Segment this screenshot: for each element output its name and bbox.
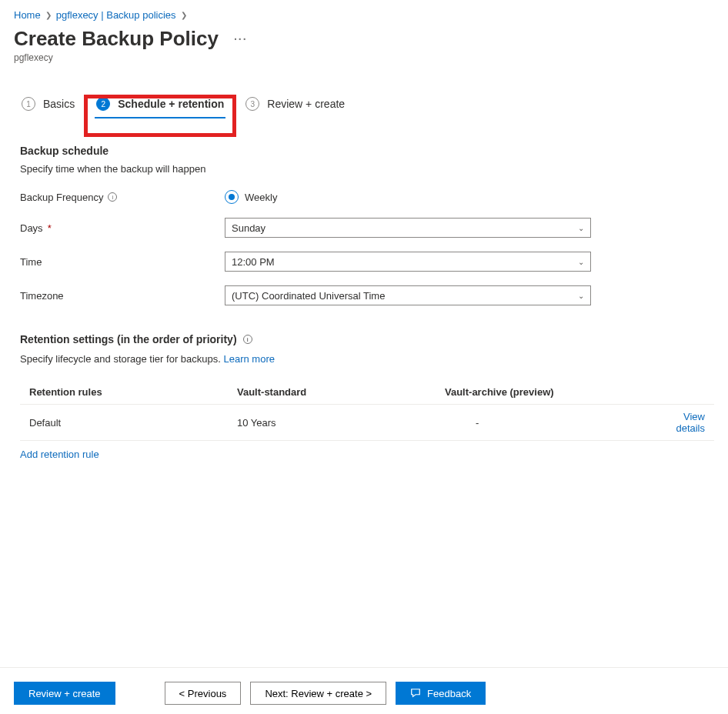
step-number: 3 xyxy=(245,97,259,111)
label-backup-frequency: Backup Frequency i xyxy=(20,192,225,203)
breadcrumb: Home ❯ pgflexecy | Backup policies ❯ xyxy=(0,0,728,21)
page-subtitle: pgflexecy xyxy=(0,51,728,63)
section-subtitle-backup-schedule: Specify time when the backup will happen xyxy=(20,163,714,175)
step-number: 2 xyxy=(96,97,110,111)
more-actions-button[interactable]: ··· xyxy=(234,33,248,45)
section-subtitle-retention: Specify lifecycle and storage tier for b… xyxy=(20,353,223,365)
step-schedule-retention[interactable]: 2 Schedule + retention xyxy=(95,94,225,117)
step-review-create[interactable]: 3 Review + create xyxy=(244,94,346,117)
link-learn-more[interactable]: Learn more xyxy=(223,353,274,365)
info-icon[interactable]: i xyxy=(243,335,252,344)
select-timezone[interactable]: (UTC) Coordinated Universal Time ⌄ xyxy=(225,285,591,305)
feedback-icon xyxy=(410,688,421,699)
label-timezone: Timezone xyxy=(20,290,225,302)
table-row: Default 10 Years - View details xyxy=(20,404,714,441)
chevron-right-icon: ❯ xyxy=(181,11,187,19)
cell-vault-standard: 10 Years xyxy=(237,417,445,429)
link-view-details[interactable]: View details xyxy=(660,411,705,434)
next-button[interactable]: Next: Review + create > xyxy=(250,682,386,705)
select-value: Sunday xyxy=(232,222,265,234)
section-title-backup-schedule: Backup schedule xyxy=(20,145,714,157)
wizard-steps: 1 Basics 2 Schedule + retention 3 Review… xyxy=(0,63,728,125)
info-icon[interactable]: i xyxy=(108,192,117,202)
required-indicator: * xyxy=(48,222,52,234)
breadcrumb-home[interactable]: Home xyxy=(14,9,41,21)
review-create-button[interactable]: Review + create xyxy=(14,682,115,705)
col-vault-archive: Vault-archive (preview) xyxy=(445,386,660,398)
section-title-retention: Retention settings (in the order of prio… xyxy=(20,333,237,345)
select-days[interactable]: Sunday ⌄ xyxy=(225,218,591,238)
footer-divider xyxy=(0,667,728,668)
chevron-down-icon: ⌄ xyxy=(578,292,584,300)
chevron-right-icon: ❯ xyxy=(45,11,52,19)
step-label: Schedule + retention xyxy=(118,98,224,110)
select-value: 12:00 PM xyxy=(232,256,275,268)
retention-table: Retention rules Vault-standard Vault-arc… xyxy=(20,380,714,441)
col-vault-standard: Vault-standard xyxy=(237,386,445,398)
radio-dot-icon xyxy=(225,190,239,204)
step-label: Basics xyxy=(43,98,75,110)
radio-label: Weekly xyxy=(245,192,277,203)
select-time[interactable]: 12:00 PM ⌄ xyxy=(225,252,591,272)
chevron-down-icon: ⌄ xyxy=(578,224,584,232)
link-add-retention-rule[interactable]: Add retention rule xyxy=(20,449,714,460)
chevron-down-icon: ⌄ xyxy=(578,258,584,266)
feedback-label: Feedback xyxy=(427,688,471,699)
previous-button[interactable]: < Previous xyxy=(165,682,242,705)
col-retention-rules: Retention rules xyxy=(29,386,237,398)
select-value: (UTC) Coordinated Universal Time xyxy=(232,290,385,302)
radio-weekly[interactable]: Weekly xyxy=(225,190,277,204)
step-number: 1 xyxy=(22,97,35,111)
feedback-button[interactable]: Feedback xyxy=(396,682,486,705)
step-label: Review + create xyxy=(267,98,345,110)
cell-vault-archive: - xyxy=(445,417,660,429)
breadcrumb-project[interactable]: pgflexecy | Backup policies xyxy=(56,9,176,21)
label-time: Time xyxy=(20,256,225,268)
step-basics[interactable]: 1 Basics xyxy=(20,94,76,117)
page-title: Create Backup Policy xyxy=(14,27,219,51)
cell-rule-name: Default xyxy=(29,417,237,429)
label-days: Days * xyxy=(20,222,225,234)
